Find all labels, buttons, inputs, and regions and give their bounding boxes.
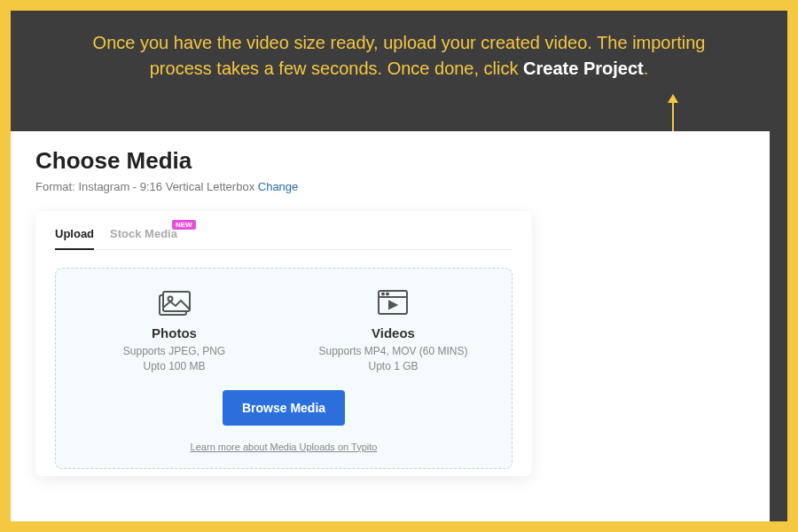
instruction-text: Once you have the video size ready, uplo… — [11, 11, 787, 98]
format-line: Format: Instagram - 9:16 Vertical Letter… — [35, 180, 752, 193]
photos-line2: Upto 100 MB — [69, 359, 279, 374]
svg-rect-2 — [163, 292, 190, 311]
videos-icon — [376, 288, 410, 317]
new-badge: NEW — [172, 220, 196, 230]
upload-card: Upload Stock Media NEW Photos Suppor — [35, 211, 532, 476]
page-title: Choose Media — [35, 147, 752, 175]
svg-point-7 — [387, 293, 388, 295]
videos-line1: Supports MP4, MOV (60 MINS) — [288, 344, 498, 359]
tab-upload[interactable]: Upload — [55, 227, 94, 249]
format-value: Instagram - 9:16 Vertical Letterbox — [78, 180, 254, 193]
svg-point-6 — [382, 293, 384, 295]
photos-title: Photos — [69, 325, 279, 340]
videos-column: Videos Supports MP4, MOV (60 MINS) Upto … — [288, 288, 498, 374]
videos-line2: Upto 1 GB — [288, 359, 498, 374]
format-label: Format: — [35, 180, 75, 193]
change-format-link[interactable]: Change — [258, 180, 299, 193]
videos-title: Videos — [288, 325, 498, 340]
instruction-bold: Create Project — [523, 59, 644, 78]
learn-more-link[interactable]: Learn more about Media Uploads on Typito — [65, 442, 503, 452]
photos-icon — [156, 288, 192, 317]
tabs: Upload Stock Media NEW — [55, 227, 512, 250]
tab-stock-media[interactable]: Stock Media — [110, 227, 177, 249]
photos-line1: Supports JPEG, PNG — [69, 344, 279, 359]
instruction-suffix: . — [644, 59, 649, 78]
dropzone[interactable]: Photos Supports JPEG, PNG Upto 100 MB Vi… — [55, 268, 512, 469]
photos-column: Photos Supports JPEG, PNG Upto 100 MB — [69, 288, 279, 374]
browse-media-button[interactable]: Browse Media — [223, 390, 345, 426]
main-panel: Choose Media Format: Instagram - 9:16 Ve… — [11, 131, 770, 521]
